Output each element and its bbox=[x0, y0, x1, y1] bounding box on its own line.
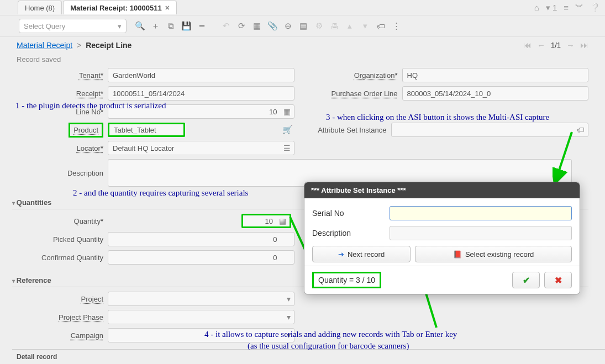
confirmed-label: Confirmed Quantity bbox=[17, 254, 108, 262]
breadcrumb-root[interactable]: Material Receipt bbox=[17, 41, 72, 50]
search-icon[interactable]: 🔍 bbox=[133, 19, 146, 33]
dialog-desc-label: Description bbox=[312, 229, 384, 238]
help-icon[interactable]: ❔ bbox=[590, 3, 601, 13]
dialog-title: *** Attribute Set Instance *** bbox=[304, 182, 580, 198]
tab-receipt[interactable]: Material Receipt: 10000511 × bbox=[63, 1, 177, 14]
campaign-label: Campaign bbox=[17, 331, 108, 340]
chevron-down-icon[interactable]: ▾ bbox=[287, 313, 291, 321]
tag-icon[interactable]: 🏷 bbox=[577, 125, 585, 134]
breadcrumb-current: Receipt Line bbox=[86, 41, 131, 50]
query-placeholder: Select Query bbox=[24, 22, 65, 30]
tenant-label: Tenant* bbox=[17, 71, 108, 80]
serial-label: Serial No bbox=[312, 209, 384, 218]
arrow-right-icon: ➔ bbox=[338, 250, 344, 259]
home-icon[interactable]: ⌂ bbox=[534, 3, 539, 12]
calculator-icon[interactable]: ▦ bbox=[279, 217, 286, 225]
up-caret-icon[interactable]: ▴ bbox=[343, 19, 356, 33]
asi-label: Attribute Set Instance bbox=[311, 126, 391, 134]
project-label: Project bbox=[17, 295, 108, 303]
quantity-input[interactable]: 10▦ bbox=[241, 214, 291, 228]
down-caret-icon[interactable]: ▾ bbox=[359, 19, 372, 33]
org-input[interactable]: HQ bbox=[402, 68, 589, 82]
dialog-desc-input[interactable] bbox=[390, 226, 572, 240]
chevron-down-icon[interactable]: ▾ bbox=[287, 294, 291, 303]
chevron-down-icon[interactable]: ︾ bbox=[575, 2, 583, 13]
org-label: Organization* bbox=[311, 71, 402, 80]
check-icon: ✔ bbox=[523, 275, 530, 286]
asi-dialog: *** Attribute Set Instance *** Serial No… bbox=[304, 182, 580, 294]
locator-label: Locator* bbox=[17, 144, 108, 152]
desc-label: Description bbox=[17, 169, 108, 177]
tag-icon[interactable]: 🏷 bbox=[374, 19, 387, 33]
record-nav: ⏮ ← 1/1 → ⏭ bbox=[523, 40, 588, 50]
ok-button[interactable]: ✔ bbox=[512, 272, 540, 288]
delete-icon[interactable]: ━ bbox=[195, 19, 208, 33]
dropdown-one-icon[interactable]: ▾ 1 bbox=[546, 3, 557, 13]
detail-record-bar[interactable]: Detail record bbox=[12, 349, 605, 364]
calculator-icon[interactable]: ▦ bbox=[283, 107, 291, 116]
quantity-counter: Quantity = 3 / 10 bbox=[312, 272, 381, 288]
window-tabs: Home (8) Material Receipt: 10000511 × bbox=[18, 1, 177, 14]
annotation-2: 2 - and the quantity requires capturing … bbox=[73, 188, 248, 198]
cart-icon[interactable]: 🛒 bbox=[281, 123, 294, 136]
pol-input[interactable]: 800003_05/14/2024_10_0 bbox=[402, 86, 589, 101]
asi-input[interactable]: 🏷 bbox=[391, 123, 589, 137]
more-icon[interactable]: ⋮ bbox=[390, 19, 403, 33]
new-icon[interactable]: ＋ bbox=[149, 19, 162, 33]
picked-input[interactable]: 0 bbox=[108, 232, 294, 246]
top-right-icons: ⌂ ▾ 1 ≡ ︾ ❔ bbox=[534, 2, 601, 13]
first-record-icon[interactable]: ⏮ bbox=[523, 40, 532, 50]
grid-icon[interactable]: ▦ bbox=[250, 19, 264, 33]
cancel-button[interactable]: ✖ bbox=[544, 272, 572, 288]
confirmed-input[interactable]: 0 bbox=[108, 250, 294, 265]
toolbar: Select Query ▾ 🔍 ＋ ⧉ 💾 ━ ↶ ⟳ ▦ 📎 ⊖ ▤ ⚙ 🖶… bbox=[0, 15, 605, 37]
tab-receipt-label: Material Receipt: 10000511 bbox=[70, 4, 161, 12]
last-record-icon[interactable]: ⏭ bbox=[580, 40, 588, 50]
gear-icon[interactable]: ⚙ bbox=[312, 19, 325, 33]
print-icon[interactable]: 🖶 bbox=[328, 19, 341, 33]
locator-input[interactable]: Default HQ Locator☰ bbox=[108, 141, 294, 155]
annotation-1: 1 - the plugin detects the product is se… bbox=[15, 101, 166, 110]
phase-label: Project Phase bbox=[17, 313, 108, 321]
annotation-4a: 4 - it allows to capture serials and add… bbox=[204, 330, 457, 339]
annotation-4b: (as the usual configuration for barcode … bbox=[248, 341, 409, 351]
refresh-icon[interactable]: ⟳ bbox=[235, 19, 248, 33]
breadcrumb: Material Receipt > Receipt Line bbox=[17, 41, 131, 50]
attachment-icon[interactable]: 📎 bbox=[266, 19, 279, 33]
annotation-3: 3 - when clicking on the ASI button it s… bbox=[326, 113, 549, 122]
serial-input[interactable] bbox=[390, 206, 572, 220]
phase-input[interactable]: ▾ bbox=[108, 310, 294, 324]
zoom-icon[interactable]: ⊖ bbox=[281, 19, 294, 33]
tab-home-label: Home (8) bbox=[25, 4, 55, 12]
product-input[interactable]: Tablet_Tablet bbox=[108, 123, 185, 137]
tenant-input[interactable]: GardenWorld bbox=[108, 68, 294, 82]
receipt-label: Receipt* bbox=[17, 89, 108, 98]
pol-label: Purchase Order Line bbox=[311, 89, 402, 98]
report-icon[interactable]: ▤ bbox=[297, 19, 310, 33]
next-record-icon[interactable]: → bbox=[566, 40, 575, 50]
picked-label: Picked Quantity bbox=[17, 235, 108, 244]
receipt-input[interactable]: 10000511_05/14/2024 bbox=[108, 86, 294, 101]
breadcrumb-row: Material Receipt > Receipt Line ⏮ ← 1/1 … bbox=[0, 37, 605, 53]
form-area: Tenant* GardenWorld Organization* HQ Rec… bbox=[0, 66, 605, 193]
undo-icon[interactable]: ↶ bbox=[219, 19, 233, 33]
quantity-label: Quantity* bbox=[17, 217, 108, 225]
close-icon[interactable]: × bbox=[165, 3, 170, 12]
list-icon[interactable]: ☰ bbox=[283, 144, 291, 152]
status-message: Record saved bbox=[0, 53, 605, 66]
tab-home[interactable]: Home (8) bbox=[18, 1, 62, 14]
select-existing-button[interactable]: 📕 Select existing record bbox=[415, 246, 572, 262]
breadcrumb-separator: > bbox=[77, 41, 81, 50]
query-select[interactable]: Select Query ▾ bbox=[19, 19, 127, 33]
page-indicator: 1/1 bbox=[551, 41, 561, 49]
save-icon[interactable]: 💾 bbox=[180, 19, 193, 33]
copy-icon[interactable]: ⧉ bbox=[164, 19, 177, 33]
top-bar: Home (8) Material Receipt: 10000511 × ⌂ … bbox=[0, 0, 605, 15]
menu-icon[interactable]: ≡ bbox=[564, 3, 569, 12]
project-input[interactable]: ▾ bbox=[108, 292, 294, 306]
chevron-down-icon: ▾ bbox=[118, 22, 122, 30]
next-record-button[interactable]: ➔ Next record bbox=[312, 246, 411, 262]
book-icon: 📕 bbox=[453, 250, 462, 259]
prev-record-icon[interactable]: ← bbox=[537, 40, 545, 50]
product-label: Product bbox=[17, 126, 108, 134]
